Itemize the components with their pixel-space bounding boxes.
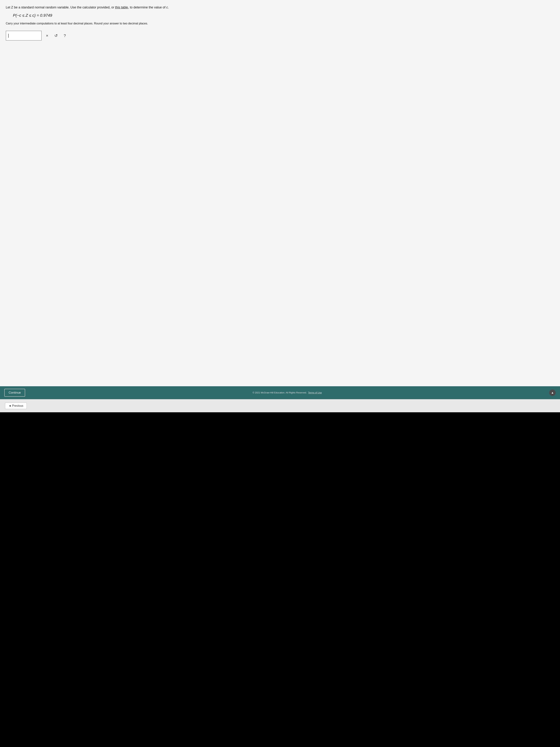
footer-bar: Continue © 2021 McGraw-Hill Education. A… — [0, 386, 560, 399]
answer-field[interactable] — [9, 32, 39, 39]
question-intro: Let Z be a standard normal random variab… — [6, 5, 554, 10]
page-wrapper: Let Z be a standard normal random variab… — [0, 0, 560, 747]
clear-button[interactable]: × — [45, 33, 49, 39]
continue-button[interactable]: Continue — [4, 389, 25, 397]
black-area — [0, 412, 560, 747]
terms-of-use-link[interactable]: Terms of Use — [308, 391, 322, 394]
answer-input-box[interactable] — [6, 31, 42, 41]
formula-display: P(−c ≤ Z ≤ c) = 0.9749 — [13, 13, 554, 18]
scroll-top-button[interactable]: ▲ — [549, 389, 556, 396]
this-table-link[interactable]: this table — [115, 5, 128, 9]
help-button[interactable]: ? — [63, 33, 67, 39]
instructions-text: Carry your intermediate computations to … — [6, 21, 554, 26]
input-row: × ↺ ? — [6, 31, 554, 41]
copyright-text: © 2021 McGraw-Hill Education. All Rights… — [252, 391, 322, 394]
nav-area: ◄ Previous — [0, 399, 560, 412]
content-area: Let Z be a standard normal random variab… — [0, 0, 560, 386]
undo-button[interactable]: ↺ — [53, 33, 59, 39]
action-buttons: × ↺ ? — [45, 33, 67, 39]
previous-button[interactable]: ◄ Previous — [5, 403, 27, 409]
